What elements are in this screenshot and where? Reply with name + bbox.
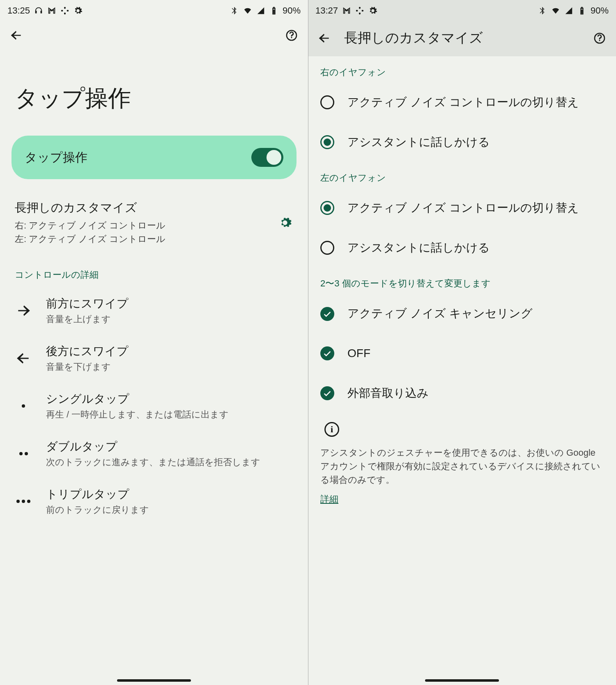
arrow-right-icon xyxy=(15,302,32,319)
back-button[interactable] xyxy=(8,27,25,44)
section-left-earbud: 左のイヤフォン xyxy=(308,162,616,188)
ctrl-title: 前方にスワイプ xyxy=(46,296,293,311)
screenshot-divider xyxy=(308,0,308,685)
bluetooth-icon xyxy=(230,6,239,15)
pinwheel-icon xyxy=(355,6,364,15)
option-label: アクティブ ノイズ コントロールの切り替え xyxy=(347,200,579,217)
ctrl-sub: 次のトラックに進みます、または通話を拒否します xyxy=(46,456,293,468)
checkmark-icon xyxy=(320,386,334,400)
long-press-sub-left: 左: アクティブ ノイズ コントロール xyxy=(15,232,269,246)
section-mode-switch: 2〜3 個のモードを切り替えて変更します xyxy=(308,268,616,294)
help-button[interactable] xyxy=(283,27,300,44)
mode-label: OFF xyxy=(347,345,370,362)
control-triple-tap: トリプルタップ 前のトラックに戻ります xyxy=(0,477,308,525)
signal-icon xyxy=(256,6,265,15)
gear-icon xyxy=(368,6,377,15)
checkmark-icon xyxy=(320,346,334,360)
signal-icon xyxy=(564,6,573,15)
topbar: 長押しのカスタマイズ xyxy=(308,20,616,56)
gear-icon[interactable] xyxy=(277,214,293,231)
ctrl-sub: 前のトラックに戻ります xyxy=(46,504,293,516)
section-control-details: コントロールの詳細 xyxy=(0,255,308,287)
topbar xyxy=(0,20,308,51)
page-title: 長押しのカスタマイズ xyxy=(344,29,580,47)
left-earbud-option-anc[interactable]: アクティブ ノイズ コントロールの切り替え xyxy=(308,188,616,228)
long-press-title: 長押しのカスタマイズ xyxy=(15,200,269,216)
checkmark-icon xyxy=(320,307,334,321)
ctrl-sub: 音量を上げます xyxy=(46,313,293,325)
tap-controls-switch[interactable] xyxy=(251,148,283,167)
assistant-info-text: アシスタントのジェスチャーを使用できるのは、お使いの Google アカウントで… xyxy=(308,441,616,491)
mode-transparency[interactable]: 外部音取り込み xyxy=(308,374,616,413)
mode-off[interactable]: OFF xyxy=(308,334,616,374)
control-swipe-back: 後方にスワイプ 音量を下げます xyxy=(0,334,308,382)
nav-handle[interactable] xyxy=(425,679,499,682)
battery-icon xyxy=(269,6,278,15)
pinwheel-icon xyxy=(60,6,69,15)
triple-dot-icon xyxy=(15,493,32,510)
ctrl-sub: 再生 / 一時停止します、または電話に出ます xyxy=(46,408,293,421)
tap-controls-toggle-card[interactable]: タップ操作 xyxy=(11,136,297,179)
status-bar: 13:27 90% xyxy=(308,0,616,20)
radio-unchecked-icon xyxy=(320,95,334,109)
screen-long-press-customize: 13:27 90% 長押しのカスタマイズ 右のイヤフォン xyxy=(308,0,616,685)
radio-checked-icon xyxy=(320,135,334,149)
mode-label: アクティブ ノイズ キャンセリング xyxy=(347,305,533,322)
gmail-icon xyxy=(47,6,56,15)
info-icon: i xyxy=(324,422,339,437)
mode-label: 外部音取り込み xyxy=(347,385,429,402)
right-earbud-option-assistant[interactable]: アシスタントに話しかける xyxy=(308,122,616,162)
section-right-earbud: 右のイヤフォン xyxy=(308,56,616,83)
ctrl-sub: 音量を下げます xyxy=(46,361,293,373)
left-earbud-option-assistant[interactable]: アシスタントに話しかける xyxy=(308,228,616,268)
info-icon-row: i xyxy=(308,413,616,441)
toggle-label: タップ操作 xyxy=(25,149,87,166)
radio-checked-icon xyxy=(320,201,334,215)
control-single-tap: シングルタップ 再生 / 一時停止します、または電話に出ます xyxy=(0,382,308,430)
ctrl-title: トリプルタップ xyxy=(46,487,293,502)
ctrl-title: ダブルタップ xyxy=(46,439,293,454)
control-double-tap: ダブルタップ 次のトラックに進みます、または通話を拒否します xyxy=(0,430,308,477)
gear-icon xyxy=(74,6,83,15)
bluetooth-icon xyxy=(538,6,547,15)
status-time: 13:27 xyxy=(315,5,338,16)
nav-handle[interactable] xyxy=(117,679,191,682)
radio-unchecked-icon xyxy=(320,241,334,255)
ctrl-title: 後方にスワイプ xyxy=(46,344,293,359)
wifi-icon xyxy=(243,6,252,15)
long-press-customize-row[interactable]: 長押しのカスタマイズ 右: アクティブ ノイズ コントロール 左: アクティブ … xyxy=(0,192,308,255)
single-dot-icon xyxy=(15,397,32,415)
wifi-icon xyxy=(551,6,560,15)
headphones-icon xyxy=(34,6,43,15)
control-swipe-forward: 前方にスワイプ 音量を上げます xyxy=(0,287,308,334)
page-title: タップ操作 xyxy=(0,51,308,136)
status-time: 13:25 xyxy=(7,5,30,16)
battery-icon xyxy=(577,6,586,15)
double-dot-icon xyxy=(15,445,32,462)
back-button[interactable] xyxy=(316,30,333,46)
help-button[interactable] xyxy=(591,30,608,46)
arrow-left-icon xyxy=(15,350,32,367)
mode-anc[interactable]: アクティブ ノイズ キャンセリング xyxy=(308,294,616,334)
option-label: アクティブ ノイズ コントロールの切り替え xyxy=(347,94,579,111)
right-earbud-option-anc[interactable]: アクティブ ノイズ コントロールの切り替え xyxy=(308,83,616,122)
gmail-icon xyxy=(342,6,351,15)
status-battery-pct: 90% xyxy=(283,5,301,16)
option-label: アシスタントに話しかける xyxy=(347,134,490,151)
status-battery-pct: 90% xyxy=(591,5,609,16)
status-bar: 13:25 90% xyxy=(0,0,308,20)
long-press-sub-right: 右: アクティブ ノイズ コントロール xyxy=(15,219,269,232)
details-link[interactable]: 詳細 xyxy=(308,491,616,508)
screen-tap-controls: 13:25 90% タップ操作 タップ操作 長押しのカスタマイズ 右 xyxy=(0,0,308,685)
ctrl-title: シングルタップ xyxy=(46,391,293,407)
option-label: アシスタントに話しかける xyxy=(347,240,490,256)
